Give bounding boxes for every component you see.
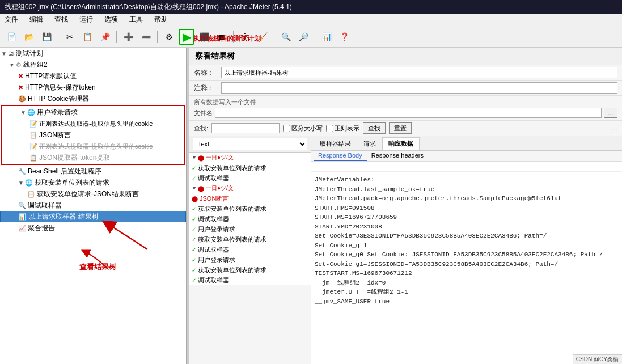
search2-button[interactable]: 🔎 [295, 29, 311, 45]
result-item-2-1[interactable]: ⬤ JSON断言 [189, 193, 311, 204]
result-item-1[interactable]: ▼ ⬤ 一日●ツ/文 [189, 153, 311, 163]
tree-item-http-cookie[interactable]: 🍪 HTTP Cookie管理器 [0, 93, 186, 104]
expand-button[interactable]: ➕ [120, 29, 136, 45]
ri1-label: 一日●ツ/文 [206, 154, 234, 162]
result-item-2-3[interactable]: ✓ 调试取样器 [189, 214, 311, 224]
tree-item-beanshell[interactable]: 🔧 BeanShell 后置处理程序 [0, 166, 186, 177]
tree-item-regex-cookie[interactable]: 📝 正则表达式提取器-提取信息头里的cookie [2, 118, 184, 129]
name-input[interactable] [221, 67, 617, 78]
tree-item-regex-cookie2[interactable]: 📝 正则表达式提取器-提取信息头里的cookie [2, 141, 184, 152]
sep1 [58, 31, 58, 43]
ri2-7-label: 用户登录请求 [198, 256, 235, 264]
result-item-2-7[interactable]: ✓ 用户登录请求 [189, 255, 311, 265]
menu-tools[interactable]: 工具 [127, 15, 145, 24]
agg-report-icon: 📈 [18, 225, 26, 232]
tree-item-agg-report[interactable]: 📈 聚合报告 [0, 222, 186, 234]
comment-input[interactable] [221, 82, 617, 94]
result-item-2-8[interactable]: ✓ 获取安装单位列表的请求 [189, 265, 311, 275]
menu-edit[interactable]: 编辑 [27, 15, 45, 24]
result-item-1-2[interactable]: ✓ 调试取样器 [189, 173, 311, 183]
get-list-label: 获取安装单位列表的请求 [35, 178, 109, 188]
user-login-icon: 🌐 [27, 109, 35, 116]
remove-button[interactable]: ➖ [138, 29, 154, 45]
open-button[interactable]: 📂 [21, 29, 37, 45]
sep3 [157, 31, 158, 43]
clear-button[interactable]: 🗑 [237, 29, 253, 45]
cut-button[interactable]: ✂ [62, 29, 78, 45]
ri2-status: ⬤ [198, 185, 204, 192]
ri2-9-label: 调试取样器 [198, 276, 229, 285]
text-dropdown-row: Text XML JSON HTML Binary [189, 136, 311, 153]
result-item-1-1[interactable]: ✓ 获取安装单位列表的请求 [189, 163, 311, 173]
tab-sampler-result[interactable]: 取样器结果 [314, 137, 357, 150]
copy-button[interactable]: 📋 [79, 29, 95, 45]
name-row: 名称： [189, 65, 622, 81]
new-button[interactable]: 📄 [3, 29, 19, 45]
result-item-2-9[interactable]: ✓ 调试取样器 [189, 275, 311, 285]
http-token-label: HTTP信息头-保存token [25, 83, 96, 92]
main: ▼ 🗂 测试计划 ▼ ⚙ 线程组2 ✖ HTTP请求默认值 ✖ HTTP信息头-… [0, 48, 622, 364]
tree-item-json-list-assert[interactable]: 📋 获取安装单位请求-JSON结果断言 [0, 188, 186, 200]
result-item-2-4[interactable]: ✓ 用户登录请求 [189, 224, 311, 234]
search-input[interactable] [211, 123, 280, 133]
tree-item-json-token[interactable]: 📋 JSON提取器-token提取 [2, 152, 184, 163]
save-button[interactable]: 💾 [39, 29, 54, 45]
menu-options[interactable]: 选项 [102, 15, 120, 24]
tree-item-http-defaults[interactable]: ✖ HTTP请求默认值 [0, 70, 186, 82]
tree-item-user-login[interactable]: ▼ 🌐 用户登录请求 [2, 107, 184, 118]
plan-arrow: ▼ [1, 50, 7, 57]
tree-item-thread2[interactable]: ▼ ⚙ 线程组2 [0, 59, 186, 70]
menu-file[interactable]: 文件 [2, 15, 20, 24]
plan-label: 测试计划 [16, 49, 43, 58]
http-token-icon: ✖ [18, 84, 23, 91]
stop-button[interactable]: ⬛ [196, 29, 212, 45]
menu-run[interactable]: 运行 [77, 15, 95, 24]
comment-label: 注释： [194, 83, 217, 93]
menu-find[interactable]: 查找 [52, 15, 70, 24]
tab-response-data[interactable]: 响应数据 [382, 137, 420, 150]
tree-item-http-token[interactable]: ✖ HTTP信息头-保存token [0, 82, 186, 93]
reset-button[interactable]: 重置 [389, 122, 412, 134]
find-button[interactable]: 查找 [363, 122, 386, 134]
stop2-button[interactable]: ⏹ [214, 29, 230, 45]
ri1-2-status: ✓ [192, 175, 196, 181]
result-item-2[interactable]: ▼ ⬤ 一日●ツ/文 [189, 183, 311, 193]
json-list-assert-label: 获取安装单位请求-JSON结果断言 [37, 189, 139, 199]
result-item-2-2[interactable]: ✓ 获取安装单位列表的请求 [189, 204, 311, 214]
tree-item-debug-sampler[interactable]: 🔍 调试取样器 [0, 200, 186, 211]
paste-button[interactable]: 📌 [97, 29, 113, 45]
table-button[interactable]: 📊 [319, 29, 335, 45]
titlebar: 线程组002.jmx (C:\Users\Administrator\Deskt… [0, 0, 622, 14]
text-select[interactable]: Text XML JSON HTML Binary [193, 138, 307, 150]
regex-checkbox[interactable] [326, 125, 333, 132]
run-button[interactable]: ▶ [179, 29, 194, 45]
regex-check[interactable]: 正则表示 [326, 124, 359, 133]
file-input[interactable] [215, 108, 602, 118]
ri1-arrow: ▼ [192, 155, 197, 160]
result-tree-label: 以上请求取样器-结果树 [28, 212, 99, 222]
clear2-button[interactable]: 🧹 [255, 29, 270, 45]
tree-item-plan[interactable]: ▼ 🗂 测试计划 [0, 48, 186, 59]
settings-button[interactable]: ⚙ [161, 29, 177, 45]
tree-item-result-tree[interactable]: 📊 以上请求取样器-结果树 [0, 211, 186, 222]
result-item-2-6[interactable]: ✓ 调试取样器 [189, 244, 311, 255]
ri2-arrow: ▼ [192, 185, 197, 191]
http-defaults-icon: ✖ [18, 73, 23, 80]
browse-button[interactable]: … [604, 108, 617, 118]
response-body[interactable]: JMeterVariables: JMeterThread.last_sampl… [311, 172, 622, 364]
result-item-2-5[interactable]: ✓ 获取安装单位列表的请求 [189, 234, 311, 244]
sub-tab-response-headers[interactable]: Response headers [367, 151, 428, 161]
ri2-7-status: ✓ [192, 257, 196, 263]
tree-item-get-list[interactable]: ▼ 🌐 获取安装单位列表的请求 [0, 177, 186, 188]
search-button[interactable]: 🔍 [278, 29, 294, 45]
case-sensitive-checkbox[interactable] [283, 125, 290, 132]
menu-help[interactable]: 帮助 [152, 15, 170, 24]
name-label: 名称： [194, 68, 217, 78]
sub-tab-response-body[interactable]: Response Body [314, 151, 367, 161]
toolbar: 📄 📂 💾 ✂ 📋 📌 ➕ ➖ ⚙ ▶ ⬛ ⏹ 🗑 🧹 🔍 [0, 26, 622, 48]
tree-item-json-assert[interactable]: 📋 JSON断言 [2, 129, 184, 141]
case-sensitive-check[interactable]: 区分大小写 [283, 124, 323, 133]
tab-request[interactable]: 请求 [357, 137, 382, 150]
help-button[interactable]: ❓ [336, 29, 352, 45]
red-border-group: ▼ 🌐 用户登录请求 📝 正则表达式提取器-提取信息头里的cookie 📋 JS… [1, 105, 185, 165]
